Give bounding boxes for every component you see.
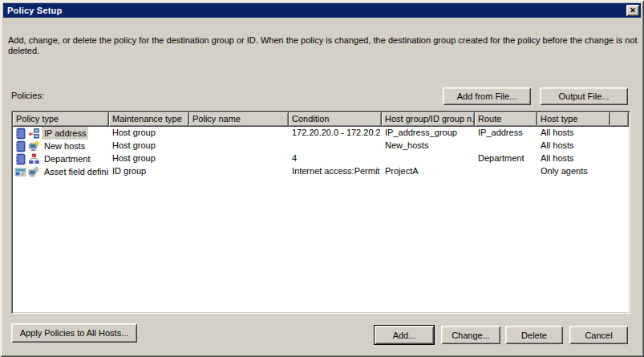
cell-policy_name: [189, 140, 289, 152]
cell-host_type: All hosts: [537, 127, 610, 140]
policy-row-label: Asset field defini...: [42, 165, 109, 178]
ip-address-icon: [28, 128, 40, 140]
cell-policy_type: Department: [13, 152, 109, 165]
column-header-route[interactable]: Route: [475, 112, 537, 127]
cell-policy_name: [189, 152, 289, 165]
cell-route: Department: [475, 152, 537, 165]
host-group-book-icon: [14, 128, 26, 140]
cell-host_type: All hosts: [537, 152, 610, 165]
cell-spacer: [610, 140, 626, 152]
cell-condition: 4: [289, 152, 382, 165]
department-tree-icon: [28, 153, 40, 165]
apply-policies-to-all-hosts-button[interactable]: Apply Policies to All Hosts...: [11, 323, 137, 343]
cell-maintenance_type: Host group: [109, 127, 189, 140]
output-file-button[interactable]: Output File...: [540, 87, 628, 105]
host-group-book-icon: [14, 140, 26, 152]
column-header-policy_name[interactable]: Policy name: [189, 112, 289, 127]
cell-host_group: New_hosts: [382, 140, 475, 152]
host-group-book-icon: [14, 153, 26, 165]
cell-host_group: IP_address_group: [382, 127, 475, 140]
column-header-maintenance_type[interactable]: Maintenance type: [109, 112, 189, 127]
cell-route: IP_address: [475, 127, 537, 140]
close-icon[interactable]: ✕: [626, 5, 639, 16]
cell-host_group: [382, 152, 475, 165]
cell-policy_type: IP address: [13, 127, 109, 140]
list-header: Policy typeMaintenance typePolicy nameCo…: [13, 112, 629, 127]
policy-row[interactable]: Asset field defini...ID groupInternet ac…: [13, 165, 629, 178]
cell-condition: Internet access:Permit: [289, 165, 382, 178]
column-header-condition[interactable]: Condition: [289, 112, 382, 127]
column-header-spacer[interactable]: [610, 112, 629, 127]
cell-policy_type: New hosts: [13, 140, 109, 152]
cell-maintenance_type: ID group: [109, 165, 189, 178]
cell-policy_name: [189, 165, 289, 178]
cell-host_group: ProjectA: [382, 165, 475, 178]
cell-policy_name: [189, 127, 289, 140]
cell-route: [475, 165, 537, 178]
change-button[interactable]: Change...: [441, 326, 500, 344]
new-hosts-icon: [28, 140, 40, 152]
cell-spacer: [610, 165, 626, 178]
column-header-host_type[interactable]: Host type: [537, 112, 610, 127]
dialog-description: Add, change, or delete the policy for th…: [8, 35, 638, 56]
cell-spacer: [610, 127, 626, 140]
cell-maintenance_type: Host group: [109, 140, 189, 152]
policy-row[interactable]: New hostsHost groupNew_hostsAll hosts: [13, 140, 629, 152]
policy-setup-dialog: Policy Setup ✕ Add, change, or delete th…: [0, 0, 644, 357]
policy-list-body: IP addressHost group172.20.20.0 - 172.20…: [13, 127, 629, 312]
asset-field-icon: [28, 166, 40, 178]
cancel-button[interactable]: Cancel: [569, 326, 628, 344]
cell-host_type: Only agents: [537, 165, 610, 178]
policy-row-label: Department: [42, 152, 92, 165]
id-group-icon: [14, 166, 26, 178]
cell-condition: [289, 140, 382, 152]
policy-row-label: New hosts: [42, 140, 87, 152]
add-button[interactable]: Add...: [375, 326, 434, 344]
policy-list: Policy typeMaintenance typePolicy nameCo…: [11, 111, 630, 314]
policy-row[interactable]: DepartmentHost group4DepartmentAll hosts: [13, 152, 629, 165]
policy-row[interactable]: IP addressHost group172.20.20.0 - 172.20…: [13, 127, 629, 140]
column-header-host_group[interactable]: Host group/ID group n...: [382, 112, 475, 127]
cell-host_type: All hosts: [537, 140, 610, 152]
policies-label: Policies:: [11, 91, 44, 100]
cell-spacer: [610, 152, 626, 165]
cell-policy_type: Asset field defini...: [13, 165, 109, 178]
cell-maintenance_type: Host group: [109, 152, 189, 165]
column-header-policy_type[interactable]: Policy type: [13, 112, 109, 127]
add-from-file-button[interactable]: Add from File...: [443, 87, 531, 105]
cell-condition: 172.20.20.0 - 172.20.2...: [289, 127, 382, 140]
delete-button[interactable]: Delete: [505, 326, 563, 344]
title-bar: Policy Setup ✕: [3, 3, 641, 18]
policy-row-label: IP address: [42, 127, 88, 140]
window-title: Policy Setup: [7, 6, 62, 15]
cell-route: [475, 140, 537, 152]
